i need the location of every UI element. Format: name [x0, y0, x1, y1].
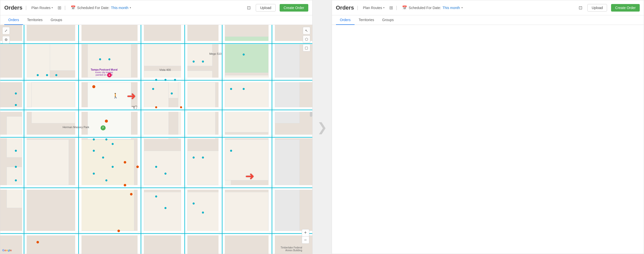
zoom-controls: + − [302, 229, 309, 244]
right-this-month[interactable]: This month [443, 6, 460, 10]
google-logo-left: Google [2, 249, 12, 252]
right-create-order-button[interactable]: Create Order [611, 4, 640, 12]
right-calendar-icon: 📅 [402, 5, 407, 10]
left-tab-groups[interactable]: Groups [47, 15, 66, 25]
left-header: Orders | Plan Routes ▾ ⊞ | 📅 Scheduled F… [0, 0, 312, 15]
left-grid-icon[interactable]: ⊞ [58, 5, 61, 11]
map-label-herman: Herman Massey Park [63, 126, 89, 129]
right-street-view[interactable]: ➜ ⬆ ⬆ ← 399 E Harrison St Tampa, Florida… [332, 25, 644, 254]
left-separator: | [25, 5, 27, 10]
right-tab-groups[interactable]: Groups [378, 15, 398, 25]
right-arrow-icon: ❯ [317, 120, 327, 134]
left-date-chevron: ▾ [130, 6, 131, 9]
panel-connector-arrow: ❯ [315, 120, 330, 134]
left-tab-territories[interactable]: Territories [23, 15, 47, 25]
left-calendar-icon: 📅 [71, 5, 76, 10]
left-sep2: | [64, 5, 66, 10]
person-icon: 🚶 [112, 93, 119, 99]
map-arrow-2: ➜ [245, 170, 254, 182]
left-scheduled-label: Scheduled For Date: [77, 6, 109, 10]
zoom-out-button[interactable]: − [302, 236, 309, 243]
right-grid-icon[interactable]: ⊞ [389, 5, 393, 11]
settings-icon[interactable]: ⚙ [2, 36, 10, 43]
right-plan-routes-chevron: ▾ [383, 6, 384, 9]
map-arrow-1: ➜ [127, 89, 136, 102]
map-tools-left: ⤢ ⚙ [2, 27, 10, 43]
left-date-filter: 📅 Scheduled For Date: This month ▾ [71, 5, 131, 10]
mural-icon: ★ [107, 73, 112, 77]
right-plan-routes-label: Plan Routes [363, 6, 382, 10]
right-tabs: Orders Territories Groups [332, 15, 644, 25]
left-title: Orders [4, 5, 22, 11]
right-tab-territories[interactable]: Territories [355, 15, 378, 25]
right-sep2: | [396, 5, 397, 10]
left-this-month[interactable]: This month [111, 6, 128, 10]
right-upload-button[interactable]: Upload [587, 4, 607, 12]
right-header: Orders | Plan Routes ▾ ⊞ | 📅 Scheduled F… [332, 0, 644, 15]
left-create-order-button[interactable]: Create Order [280, 4, 308, 12]
right-scheduled-label: Scheduled For Date: [409, 6, 441, 10]
left-panel: Orders | Plan Routes ▾ ⊞ | 📅 Scheduled F… [0, 0, 313, 254]
left-expand-icon[interactable]: ⊡ [246, 4, 252, 12]
right-expand-icon[interactable]: ⊡ [578, 4, 583, 12]
zoom-in-button[interactable]: + [302, 229, 309, 236]
polygon-icon[interactable]: ⬠ [303, 35, 310, 43]
right-separator: | [357, 5, 358, 10]
left-upload-button[interactable]: Upload [256, 4, 275, 12]
park-icon: P [101, 125, 106, 130]
map-scroll-handle[interactable] [310, 112, 312, 117]
map-tools-right: ↖ ⬠ ▢ [303, 27, 310, 52]
cursor-icon[interactable]: ↖ [303, 27, 310, 34]
map-label-timberlake: Timberlake FederalAnnex Building [281, 246, 302, 252]
right-tab-orders[interactable]: Orders [336, 15, 355, 25]
right-date-filter: 📅 Scheduled For Date: This month ▾ [402, 5, 463, 10]
left-tabs: Orders Territories Groups [0, 15, 312, 25]
map-label-mural: Tampa Postcard Mural Iconic city images … [91, 68, 118, 76]
left-plan-routes-button[interactable]: Plan Routes ▾ [30, 5, 55, 11]
fullscreen-icon[interactable]: ⤢ [2, 27, 10, 34]
map-label-mego: Mego 510 [209, 52, 222, 55]
right-date-chevron: ▾ [461, 6, 463, 9]
rect-icon[interactable]: ▢ [303, 44, 310, 52]
left-plan-routes-label: Plan Routes [31, 6, 51, 10]
right-panel: Orders | Plan Routes ▾ ⊞ | 📅 Scheduled F… [332, 0, 644, 254]
right-title: Orders [336, 5, 354, 11]
map-label-vista: Vista 400 [159, 68, 171, 71]
hand-cursor-icon: ☜ [131, 103, 138, 111]
left-plan-routes-chevron: ▾ [52, 6, 53, 9]
left-tab-orders[interactable]: Orders [4, 15, 23, 25]
right-plan-routes-button[interactable]: Plan Routes ▾ [361, 5, 386, 11]
left-map[interactable]: 🚶 ➜ ➜ ☜ Tampa Postcard Mural Iconic city… [0, 25, 312, 254]
